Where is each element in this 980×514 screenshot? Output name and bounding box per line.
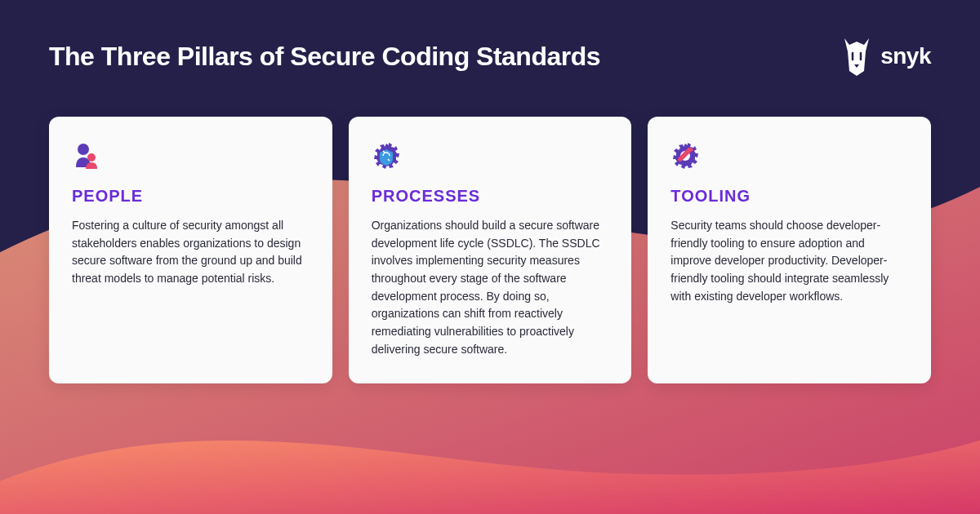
pillar-body: Fostering a culture of security amongst … xyxy=(72,217,310,288)
pillar-card-processes: PROCESSES Organizations should build a s… xyxy=(349,117,632,383)
pillar-body: Organizations should build a secure soft… xyxy=(372,217,609,359)
pillar-cards: PEOPLE Fostering a culture of security a… xyxy=(0,76,980,383)
pillar-card-people: PEOPLE Fostering a culture of security a… xyxy=(49,117,332,383)
page-title: The Three Pillars of Secure Coding Stand… xyxy=(49,42,600,72)
snyk-dog-icon xyxy=(841,37,872,76)
header: The Three Pillars of Secure Coding Stand… xyxy=(0,0,980,76)
tooling-icon xyxy=(670,141,700,171)
snyk-logo-text: snyk xyxy=(880,43,931,69)
pillar-title: PROCESSES xyxy=(372,187,609,206)
svg-point-1 xyxy=(87,153,96,162)
people-icon xyxy=(72,141,101,171)
processes-icon xyxy=(372,141,401,171)
pillar-card-tooling: TOOLING Security teams should choose dev… xyxy=(648,117,931,383)
snyk-logo: snyk xyxy=(841,37,931,76)
pillar-body: Security teams should choose developer-f… xyxy=(670,217,908,305)
pillar-title: TOOLING xyxy=(670,187,908,206)
svg-point-0 xyxy=(78,144,89,155)
pillar-title: PEOPLE xyxy=(72,187,310,206)
